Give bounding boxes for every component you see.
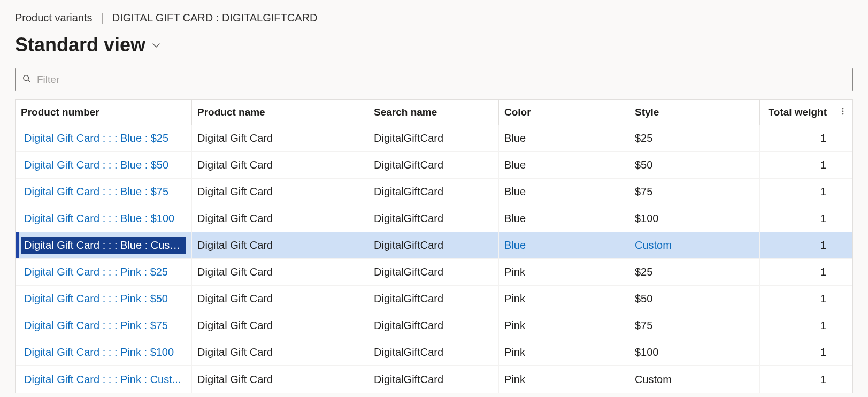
cell-product-name: Digital Gift Card bbox=[192, 232, 368, 258]
cell-total-weight: 1 bbox=[760, 366, 852, 393]
breadcrumb: Product variants | DIGITAL GIFT CARD : D… bbox=[15, 12, 853, 24]
cell-product-name: Digital Gift Card bbox=[192, 125, 368, 151]
product-number-link[interactable]: Digital Gift Card : : : Blue : $25 bbox=[24, 132, 186, 144]
cell-style: Custom bbox=[629, 366, 760, 393]
product-number-link[interactable]: Digital Gift Card : : : Blue : $75 bbox=[24, 186, 186, 198]
svg-line-1 bbox=[28, 80, 30, 82]
cell-total-weight: 1 bbox=[760, 152, 852, 178]
table-row[interactable]: Digital Gift Card : : : Blue : $50Digita… bbox=[16, 152, 852, 179]
cell-product-number[interactable]: Digital Gift Card : : : Pink : $50 bbox=[16, 286, 192, 312]
cell-product-name: Digital Gift Card bbox=[192, 339, 368, 365]
cell-total-weight: 1 bbox=[760, 179, 852, 205]
cell-total-weight: 1 bbox=[760, 259, 852, 285]
svg-point-4 bbox=[842, 113, 844, 114]
cell-color: Pink bbox=[499, 366, 629, 393]
cell-product-number[interactable]: Digital Gift Card : : : Pink : $25 bbox=[16, 259, 192, 285]
column-header-total-weight[interactable]: Total weight bbox=[760, 100, 852, 125]
table-row[interactable]: Digital Gift Card : : : Pink : $100Digit… bbox=[16, 339, 852, 366]
cell-color: Blue bbox=[499, 232, 629, 258]
cell-product-name: Digital Gift Card bbox=[192, 205, 368, 232]
column-header-style[interactable]: Style bbox=[629, 100, 760, 125]
cell-style: $75 bbox=[629, 312, 760, 339]
cell-style: $75 bbox=[629, 179, 760, 205]
cell-search-name: DigitalGiftCard bbox=[368, 205, 499, 232]
cell-style: $50 bbox=[629, 286, 760, 312]
cell-color: Pink bbox=[499, 259, 629, 285]
cell-search-name: DigitalGiftCard bbox=[368, 339, 499, 365]
cell-search-name: DigitalGiftCard bbox=[368, 232, 499, 258]
column-header-product-name[interactable]: Product name bbox=[192, 100, 368, 125]
cell-product-number[interactable]: Digital Gift Card : : : Pink : $100 bbox=[16, 339, 192, 365]
column-header-color[interactable]: Color bbox=[499, 100, 629, 125]
cell-product-name: Digital Gift Card bbox=[192, 286, 368, 312]
cell-product-name: Digital Gift Card bbox=[192, 179, 368, 205]
cell-product-name: Digital Gift Card bbox=[192, 366, 368, 393]
column-header-total-weight-label: Total weight bbox=[769, 106, 827, 118]
product-number-link[interactable]: Digital Gift Card : : : Pink : $50 bbox=[24, 293, 186, 305]
table-row[interactable]: Digital Gift Card : : : Blue : $75Digita… bbox=[16, 179, 852, 205]
cell-color: Blue bbox=[499, 152, 629, 178]
grid-header: Product number Product name Search name … bbox=[16, 100, 852, 125]
cell-product-number[interactable]: Digital Gift Card : : : Blue : $100 bbox=[16, 205, 192, 232]
cell-product-number[interactable]: Digital Gift Card : : : Blue : $75 bbox=[16, 179, 192, 205]
more-vertical-icon[interactable] bbox=[839, 106, 847, 118]
cell-color: Pink bbox=[499, 286, 629, 312]
cell-search-name: DigitalGiftCard bbox=[368, 312, 499, 339]
cell-total-weight: 1 bbox=[760, 312, 852, 339]
cell-color: Pink bbox=[499, 312, 629, 339]
cell-product-name: Digital Gift Card bbox=[192, 259, 368, 285]
cell-search-name: DigitalGiftCard bbox=[368, 366, 499, 393]
cell-style: $100 bbox=[629, 205, 760, 232]
product-number-link[interactable]: Digital Gift Card : : : Pink : $75 bbox=[24, 319, 186, 332]
cell-search-name: DigitalGiftCard bbox=[368, 125, 499, 151]
breadcrumb-separator: | bbox=[101, 12, 104, 24]
cell-product-number[interactable]: Digital Gift Card : : : Pink : $75 bbox=[16, 312, 192, 339]
cell-total-weight: 1 bbox=[760, 286, 852, 312]
data-grid: Product number Product name Search name … bbox=[15, 99, 853, 393]
cell-total-weight: 1 bbox=[760, 232, 852, 258]
cell-color: Blue bbox=[499, 179, 629, 205]
cell-style: Custom bbox=[629, 232, 760, 258]
cell-style: $100 bbox=[629, 339, 760, 365]
product-number-link[interactable]: Digital Gift Card : : : Pink : Cust... bbox=[24, 373, 186, 386]
cell-total-weight: 1 bbox=[760, 339, 852, 365]
cell-search-name: DigitalGiftCard bbox=[368, 259, 499, 285]
table-row[interactable]: Digital Gift Card : : : Pink : Cust...Di… bbox=[16, 366, 852, 393]
view-picker[interactable]: Standard view bbox=[15, 34, 853, 56]
column-header-search-name[interactable]: Search name bbox=[368, 100, 499, 125]
cell-color: Pink bbox=[499, 339, 629, 365]
cell-search-name: DigitalGiftCard bbox=[368, 179, 499, 205]
table-row[interactable]: Digital Gift Card : : : Blue : $25Digita… bbox=[16, 125, 852, 152]
product-number-link[interactable]: Digital Gift Card : : : Pink : $100 bbox=[24, 346, 186, 358]
product-number-link[interactable]: Digital Gift Card : : : Pink : $25 bbox=[24, 266, 186, 278]
cell-search-name: DigitalGiftCard bbox=[368, 286, 499, 312]
cell-color: Blue bbox=[499, 205, 629, 232]
table-row[interactable]: Digital Gift Card : : : Pink : $75Digita… bbox=[16, 312, 852, 339]
table-row[interactable]: Digital Gift Card : : : Blue : $100Digit… bbox=[16, 205, 852, 232]
cell-total-weight: 1 bbox=[760, 205, 852, 232]
view-title: Standard view bbox=[15, 34, 145, 56]
product-number-link[interactable]: Digital Gift Card : : : Blue : $100 bbox=[24, 212, 186, 225]
cell-style: $25 bbox=[629, 125, 760, 151]
column-header-product-number[interactable]: Product number bbox=[16, 100, 192, 125]
breadcrumb-section[interactable]: Product variants bbox=[15, 12, 93, 24]
chevron-down-icon bbox=[151, 40, 162, 54]
cell-color: Blue bbox=[499, 125, 629, 151]
table-row[interactable]: Digital Gift Card : : : Pink : $25Digita… bbox=[16, 259, 852, 286]
table-row[interactable]: Digital Gift Card : : : Blue : CustomDig… bbox=[16, 232, 852, 259]
cell-product-number[interactable]: Digital Gift Card : : : Blue : $50 bbox=[16, 152, 192, 178]
svg-point-2 bbox=[842, 108, 844, 109]
cell-style: $50 bbox=[629, 152, 760, 178]
product-number-link[interactable]: Digital Gift Card : : : Blue : Custom bbox=[21, 237, 186, 254]
filter-input[interactable] bbox=[37, 74, 846, 86]
cell-search-name: DigitalGiftCard bbox=[368, 152, 499, 178]
table-row[interactable]: Digital Gift Card : : : Pink : $50Digita… bbox=[16, 286, 852, 312]
cell-product-number[interactable]: Digital Gift Card : : : Blue : Custom bbox=[16, 232, 192, 258]
search-icon bbox=[22, 74, 32, 86]
filter-box[interactable] bbox=[15, 68, 853, 91]
cell-product-number[interactable]: Digital Gift Card : : : Pink : Cust... bbox=[16, 366, 192, 393]
cell-product-name: Digital Gift Card bbox=[192, 152, 368, 178]
product-number-link[interactable]: Digital Gift Card : : : Blue : $50 bbox=[24, 159, 186, 171]
svg-point-3 bbox=[842, 110, 844, 112]
cell-product-number[interactable]: Digital Gift Card : : : Blue : $25 bbox=[16, 125, 192, 151]
